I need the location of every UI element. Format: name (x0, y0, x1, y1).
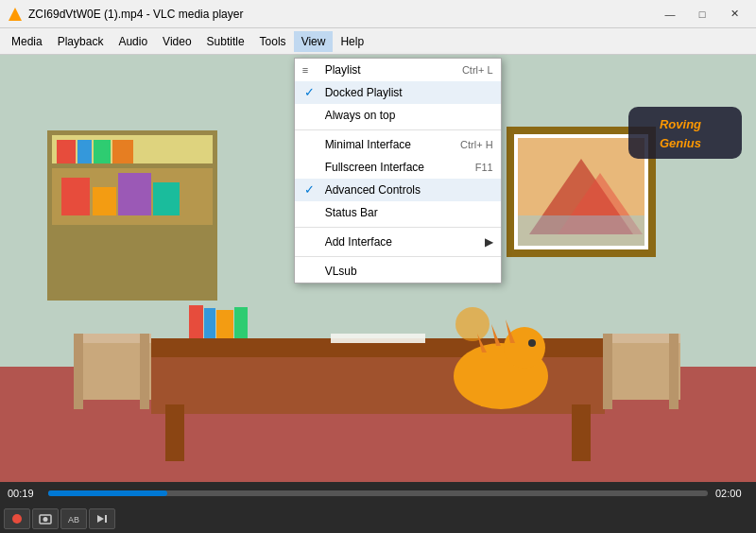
always-on-top-label: Always on top (325, 109, 396, 122)
menu-video[interactable]: Video (155, 31, 198, 52)
svg-text:AB: AB (68, 515, 79, 524)
frame-step-button[interactable] (89, 508, 115, 529)
svg-rect-20 (518, 215, 644, 246)
menu-item-playlist[interactable]: ≡ Playlist Ctrl+ L (295, 59, 501, 81)
svg-point-41 (528, 339, 536, 347)
svg-point-48 (12, 514, 22, 524)
check-icon-advanced: ✓ (304, 182, 315, 197)
minimal-interface-label: Minimal Interface (325, 138, 411, 151)
menu-view[interactable]: View ≡ Playlist Ctrl+ L ✓ Docked Playlis… (294, 31, 334, 52)
menu-item-status-bar[interactable]: Status Bar (295, 201, 501, 224)
svg-rect-53 (105, 515, 107, 523)
total-time: 02:00 (715, 488, 748, 499)
current-time: 00:19 (8, 488, 41, 499)
menu-item-fullscreen-interface[interactable]: Fullscreen Interface F11 (295, 156, 501, 179)
menu-audio[interactable]: Audio (111, 31, 155, 52)
progress-fill (48, 490, 167, 496)
playlist-shortcut: Ctrl+ L (434, 64, 493, 76)
view-dropdown-menu: ≡ Playlist Ctrl+ L ✓ Docked Playlist Alw… (294, 58, 502, 284)
svg-rect-27 (216, 310, 233, 338)
controls-area: AB (0, 505, 756, 533)
svg-rect-24 (572, 404, 591, 461)
svg-point-30 (455, 307, 490, 341)
separator-2 (295, 227, 501, 228)
window-title: ZCI69dVtW0E (1).mp4 - VLC media player (28, 8, 656, 21)
svg-rect-14 (118, 173, 151, 215)
svg-rect-33 (74, 334, 83, 409)
menu-tools[interactable]: Tools (252, 31, 294, 52)
menu-item-always-on-top[interactable]: Always on top (295, 104, 501, 127)
minimize-button[interactable]: — (656, 5, 684, 24)
svg-rect-15 (153, 182, 180, 215)
title-bar: ZCI69dVtW0E (1).mp4 - VLC media player —… (0, 0, 756, 28)
menu-item-docked-playlist[interactable]: ✓ Docked Playlist (295, 81, 501, 104)
playlist-label: Playlist (325, 63, 361, 77)
vlsub-label: VLsub (325, 265, 357, 278)
record-button[interactable] (4, 508, 30, 529)
menu-media[interactable]: Media (4, 31, 50, 52)
svg-rect-26 (204, 308, 215, 338)
loop-ab-button[interactable]: AB (60, 508, 87, 529)
menu-item-add-interface[interactable]: Add Interface ▶ (295, 231, 501, 253)
menu-subtitle[interactable]: Subtitle (199, 31, 252, 52)
minimal-interface-shortcut: Ctrl+ H (432, 139, 493, 150)
separator-3 (295, 256, 501, 257)
svg-rect-13 (93, 187, 116, 215)
svg-text:Genius: Genius (660, 136, 701, 150)
vlc-icon (8, 7, 23, 22)
advanced-controls-label: Advanced Controls (325, 183, 421, 197)
svg-rect-1 (11, 17, 19, 20)
docked-playlist-label: Docked Playlist (325, 86, 403, 99)
svg-marker-52 (97, 515, 104, 523)
add-interface-label: Add Interface (325, 235, 392, 249)
advanced-controls-row: AB (4, 507, 752, 531)
menu-playback[interactable]: Playback (50, 31, 112, 52)
svg-rect-12 (61, 178, 90, 215)
menu-bar: Media Playback Audio Video Subtitle Tool… (0, 28, 756, 55)
menu-help[interactable]: Help (333, 31, 371, 52)
svg-rect-34 (140, 334, 149, 409)
menu-item-advanced-controls[interactable]: ✓ Advanced Controls (295, 179, 501, 201)
window-controls: — □ ✕ (656, 5, 748, 24)
svg-rect-7 (57, 140, 76, 163)
svg-rect-29 (331, 334, 425, 343)
submenu-arrow-icon: ▶ (485, 235, 493, 249)
fullscreen-interface-shortcut: F11 (447, 162, 493, 173)
separator-1 (295, 129, 501, 130)
menu-item-minimal-interface[interactable]: Minimal Interface Ctrl+ H (295, 133, 501, 156)
svg-rect-38 (669, 334, 679, 409)
svg-rect-8 (77, 140, 92, 163)
svg-rect-25 (189, 305, 203, 338)
svg-point-50 (43, 517, 48, 522)
status-bar-label: Status Bar (325, 206, 378, 219)
svg-rect-23 (165, 404, 184, 461)
close-button[interactable]: ✕ (720, 5, 748, 24)
svg-rect-10 (112, 140, 133, 163)
svg-text:Roving: Roving (660, 117, 701, 131)
check-icon-docked: ✓ (304, 85, 315, 99)
svg-rect-37 (603, 334, 612, 409)
snapshot-button[interactable] (32, 508, 59, 529)
fullscreen-interface-label: Fullscreen Interface (325, 161, 424, 174)
progress-area: 00:19 02:00 (0, 482, 756, 505)
svg-rect-45 (628, 107, 742, 159)
svg-rect-28 (234, 307, 248, 338)
svg-rect-9 (94, 140, 111, 163)
maximize-button[interactable]: □ (688, 5, 716, 24)
progress-bar[interactable] (48, 490, 708, 496)
menu-item-vlsub[interactable]: VLsub (295, 260, 501, 283)
